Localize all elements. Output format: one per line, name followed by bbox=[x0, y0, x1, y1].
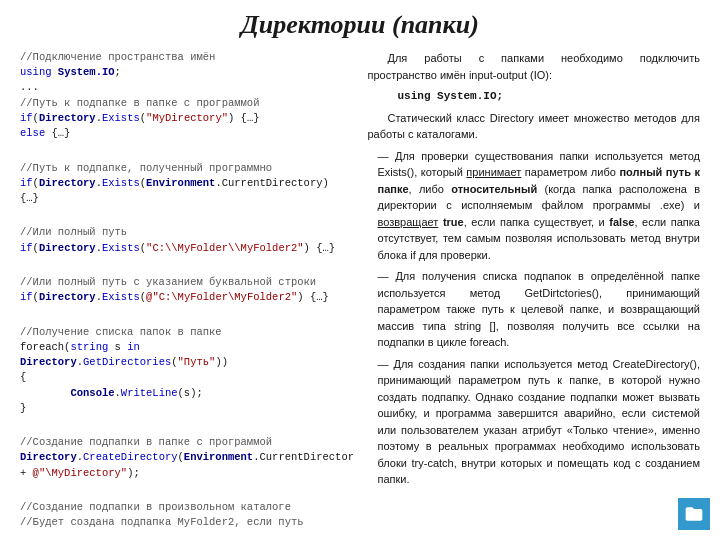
exists-method-2: Exists bbox=[102, 177, 140, 189]
if-keyword-2: if bbox=[20, 177, 33, 189]
code-block-3: //Или полный путь if(Directory.Exists("C… bbox=[20, 210, 353, 256]
exists-method-1: Exists bbox=[102, 112, 140, 124]
directory-class-1: Directory bbox=[39, 112, 96, 124]
comment-7: //Создание подпапки в папке с программой bbox=[20, 436, 272, 448]
code-block-1: //Подключение пространства имён using Sy… bbox=[20, 50, 353, 141]
directory-class-3: Directory bbox=[39, 242, 96, 254]
str-mydirpath: @"\MyDirectory" bbox=[33, 467, 128, 479]
createdirectory-method-1: CreateDirectory bbox=[83, 451, 178, 463]
right-para-5: — Для создания папки используется метод … bbox=[368, 356, 701, 488]
content-area: //Подключение пространства имён using Sy… bbox=[20, 50, 700, 530]
right-para-2: Статический класс Directory имеет множес… bbox=[368, 110, 701, 143]
comment-5: //Или полный путь с указанием буквальной… bbox=[20, 276, 316, 288]
exists-method-4: Exists bbox=[102, 291, 140, 303]
comment-1: //Подключение пространства имён bbox=[20, 51, 215, 63]
env-class-2: Environment bbox=[184, 451, 253, 463]
code-block-4: //Или полный путь с указанием буквальной… bbox=[20, 260, 353, 306]
exists-method-3: Exists bbox=[102, 242, 140, 254]
console-class: Console bbox=[70, 387, 114, 399]
if-keyword-4: if bbox=[20, 291, 33, 303]
right-panel: Для работы с папками необходимо подключи… bbox=[368, 50, 701, 530]
page-title: Директории (папки) bbox=[20, 10, 700, 40]
str-path-1: "C:\\MyFolder\\MyFolder2" bbox=[146, 242, 304, 254]
str-path-2: @"C:\MyFolder\MyFolder2" bbox=[146, 291, 297, 303]
code-block-2: //Путь к подпапке, полученный программно… bbox=[20, 145, 353, 206]
folder-icon[interactable] bbox=[678, 498, 710, 530]
using-keyword: using bbox=[20, 66, 52, 78]
env-class-1: Environment bbox=[146, 177, 215, 189]
getdirectories-method: GetDirectories bbox=[83, 356, 171, 368]
if-keyword-3: if bbox=[20, 242, 33, 254]
directory-class-4: Directory bbox=[39, 291, 96, 303]
left-panel: //Подключение пространства имён using Sy… bbox=[20, 50, 353, 530]
folder-svg bbox=[684, 504, 704, 524]
else-keyword-1: else bbox=[20, 127, 45, 139]
system-io: System.IO bbox=[58, 66, 115, 78]
string-keyword-1: string bbox=[70, 341, 108, 353]
comment-2: //Путь к подпапке в папке с программой bbox=[20, 97, 259, 109]
str-mydirectory: "MyDirectory" bbox=[146, 112, 228, 124]
directory-class-6: Directory bbox=[20, 451, 77, 463]
writeline-method: WriteLine bbox=[121, 387, 178, 399]
right-para-3: — Для проверки существования папки испол… bbox=[368, 148, 701, 264]
right-para-1: Для работы с папками необходимо подключи… bbox=[368, 50, 701, 83]
comment-8: //Создание подпапки в произвольном катал… bbox=[20, 501, 291, 513]
page: Директории (папки) //Подключение простра… bbox=[0, 0, 720, 540]
right-para-4: — Для получения списка подпапок в опреде… bbox=[368, 268, 701, 351]
in-keyword: in bbox=[127, 341, 140, 353]
comment-9: //Будет создана подпапка MyFolder2, если… bbox=[20, 516, 304, 528]
code-block-7: //Создание подпапки в произвольном катал… bbox=[20, 485, 353, 530]
comment-4: //Или полный путь bbox=[20, 226, 127, 238]
comment-3: //Путь к подпапке, полученный программно bbox=[20, 162, 272, 174]
code-block-6: //Создание подпапки в папке с программой… bbox=[20, 420, 353, 481]
if-keyword-1: if bbox=[20, 112, 33, 124]
code-block-5: //Получение списка папок в папке foreach… bbox=[20, 310, 353, 417]
directory-class-5: Directory bbox=[20, 356, 77, 368]
comment-6: //Получение списка папок в папке bbox=[20, 326, 222, 338]
str-path-3: "Путь" bbox=[178, 356, 216, 368]
directory-class-2: Directory bbox=[39, 177, 96, 189]
right-code-1: using System.IO; bbox=[368, 88, 701, 105]
